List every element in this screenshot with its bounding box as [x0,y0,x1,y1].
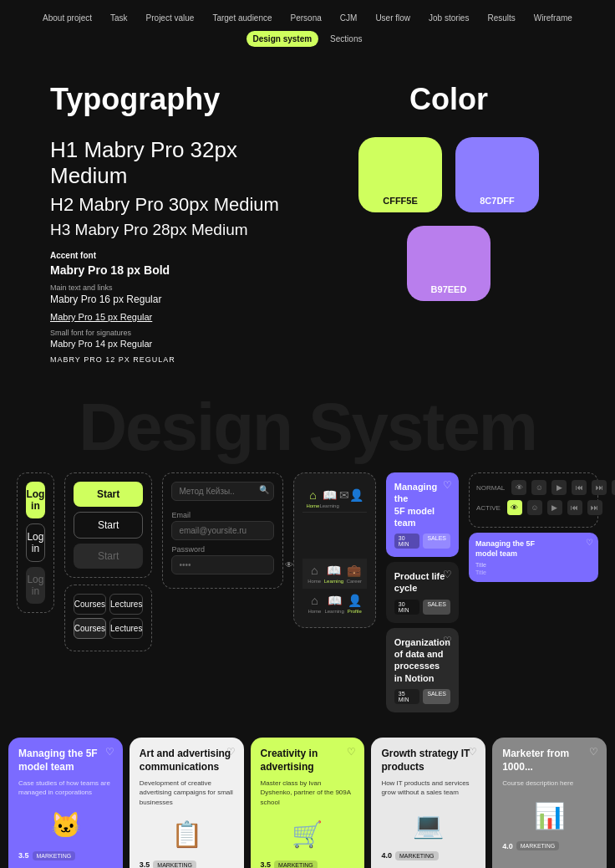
home-icon: ⌂ [309,488,316,502]
bc-rating-0: 3.5 [18,851,29,860]
bottom-card-4[interactable]: ♡ Marketer from 1000... Course descripti… [492,738,607,868]
bc-heart-1[interactable]: ♡ [226,746,236,758]
nav-item-about-project[interactable]: About project [36,10,99,26]
tab-lectures-1[interactable]: Lectures [109,594,143,615]
icon-prev-active: ⏮ [567,500,582,515]
card-product-lifecycle[interactable]: ♡ Product life cycle 30 MIN SALES [386,562,459,623]
card-title-3: Organization of data and processes in No… [394,636,450,684]
bc-heart-4[interactable]: ♡ [589,746,598,758]
nav-item-design-system[interactable]: Design system [247,31,319,47]
bc-heart-2[interactable]: ♡ [347,746,356,758]
start-outline-btn[interactable]: Start [74,512,144,539]
color-swatches-row: CFFF5E 8C7DFF [358,137,539,212]
bc-tag-4: MARKETING [516,841,560,850]
home-icon-3: ⌂ [311,594,318,607]
bottom-card-0[interactable]: ♡ Managing the 5F model team Case studie… [8,738,123,868]
heart-icon-2[interactable]: ♡ [443,569,452,580]
tab-courses-1[interactable]: Courses [74,594,106,615]
nav-item-task[interactable]: Task [104,10,135,26]
bc-title-3: Growth strategy IT products [381,748,475,774]
nav-learning-1[interactable]: 📖 Learning [319,488,338,508]
icon-eye: 👁 [511,480,526,495]
heart-icon-mini[interactable]: ♡ [586,538,593,547]
swatch-lime: CFFF5E [358,137,442,212]
nav-item-wireframe[interactable]: Wireframe [527,10,579,26]
bottom-card-1[interactable]: ♡ Art and advertising communications Dev… [130,738,244,868]
login-gray-btn[interactable]: Log in [26,567,45,604]
swatch-purple: 8C7DFF [455,137,539,212]
nav-home[interactable]: ⌂ Home [306,488,319,508]
icon-vol: 🔊 [612,480,615,495]
nav-learning-3[interactable]: 📖 Learning [324,594,343,614]
eye-icon[interactable]: 👁 [285,560,293,569]
nav-content-area [302,513,366,559]
bc-desc-0: Case studies of how teams are managed in… [18,779,113,797]
states-box: NORMAL 👁 ☺ ▶ ⏮ ⏭ 🔊 ACTIVE 👁 ☺ ▶ ⏮ ⏭ [469,472,598,528]
nav-career[interactable]: 💼 Career [347,564,362,584]
login-btn-box: Log in Log in Log in [17,472,54,613]
nav-home-2[interactable]: ⌂ Home [308,564,321,584]
nav-item-sections[interactable]: Sections [323,31,368,47]
tab-courses-2[interactable]: Courses [74,618,106,639]
start-buttons-col: Start Start Start Courses Lectures Cours… [64,472,153,651]
card-title-1: Managing the5F model team [394,481,450,528]
card-time-3: 35 MIN [394,689,420,704]
state-row-active: ACTIVE 👁 ☺ ▶ ⏮ ⏭ [476,500,591,515]
tab-lectures-2[interactable]: Lectures [109,618,143,639]
nav-item-project-value[interactable]: Project value [140,10,201,26]
active-label: ACTIVE [476,504,501,512]
mobile-nav-top: ⌂ Home 📖 Learning ✉ 👤 [302,482,366,513]
login-green-btn[interactable]: Log in [26,482,45,518]
nav-item-results[interactable]: Results [480,10,521,26]
nav-item-persona[interactable]: Persona [284,10,328,26]
learning-icon-1: 📖 [323,488,337,502]
color-section: Color CFFF5E 8C7DFF B97EED [333,82,565,364]
nav-item-target-audience[interactable]: Target audience [206,10,278,26]
nav-learning-2[interactable]: 📖 Learning [324,564,343,584]
typography-title: Typography [50,82,282,117]
heart-icon-3[interactable]: ♡ [443,635,452,646]
bc-tag-2: MARKETING [274,860,318,868]
typo-link: Mabry Pro 15 px Regular [50,312,282,322]
nav-item-cjm[interactable]: CJM [333,10,364,26]
card-tags-3: 35 MIN SALES [394,689,450,704]
start-green-btn[interactable]: Start [74,482,144,507]
heart-icon-1[interactable]: ♡ [443,479,452,491]
nav-item-user-flow[interactable]: User flow [368,10,417,26]
bc-title-2: Creativity in advertising [261,748,355,774]
icon-play-active: ▶ [547,500,562,515]
bc-heart-0[interactable]: ♡ [105,746,114,758]
swatch-lavender-wrap: B97EED [407,226,490,301]
bc-footer-3: 4.0 MARKETING [381,851,475,860]
watermark-text: Design System [79,389,536,466]
tab-row-2: Courses Lectures [74,618,144,639]
normal-icons: 👁 ☺ ▶ ⏮ ⏭ 🔊 [511,480,615,495]
mobile-nav-mid: ⌂ Home 📖 Learning 💼 Career [302,559,366,589]
card-managing-team[interactable]: ♡ Managing the5F model team 30 MIN SALES [386,472,459,557]
bc-rating-2: 3.5 [261,860,272,868]
card-title-2: Product life cycle [394,570,450,595]
login-outline-btn[interactable]: Log in [26,523,45,562]
nav-item-job-stories[interactable]: Job stories [422,10,475,26]
start-gray-btn[interactable]: Start [74,544,144,569]
mini-card-subtitle: Title [475,562,592,568]
typo-accent-label: Accent font [50,251,282,260]
typo-h3: H3 Mabry Pro 28px Medium [50,221,282,239]
nav-profile-3[interactable]: 👤 Profile [348,594,362,614]
card-notion[interactable]: ♡ Organization of data and processes in … [386,628,459,712]
login-buttons-col: Log in Log in Log in [17,472,54,613]
email-input[interactable] [171,521,274,540]
mini-card-subtitle2: Title [475,569,592,575]
bc-heart-3[interactable]: ♡ [468,746,477,758]
card-tags-1: 30 MIN SALES [394,534,450,549]
learning-icon-2: 📖 [327,564,341,577]
nav-profile[interactable]: 👤 [349,488,363,508]
nav-home-label: Home [306,503,319,508]
bc-illustration-2: 🛒 [261,814,355,855]
password-input[interactable] [179,560,285,569]
bc-tag-3: MARKETING [395,851,439,860]
nav-home-3[interactable]: ⌂ Home [308,594,321,614]
nav-msg[interactable]: ✉ [339,488,349,508]
bottom-card-3[interactable]: ♡ Growth strategy IT products How IT pro… [371,738,485,868]
bottom-card-2[interactable]: ♡ Creativity in advertising Master class… [251,738,365,868]
